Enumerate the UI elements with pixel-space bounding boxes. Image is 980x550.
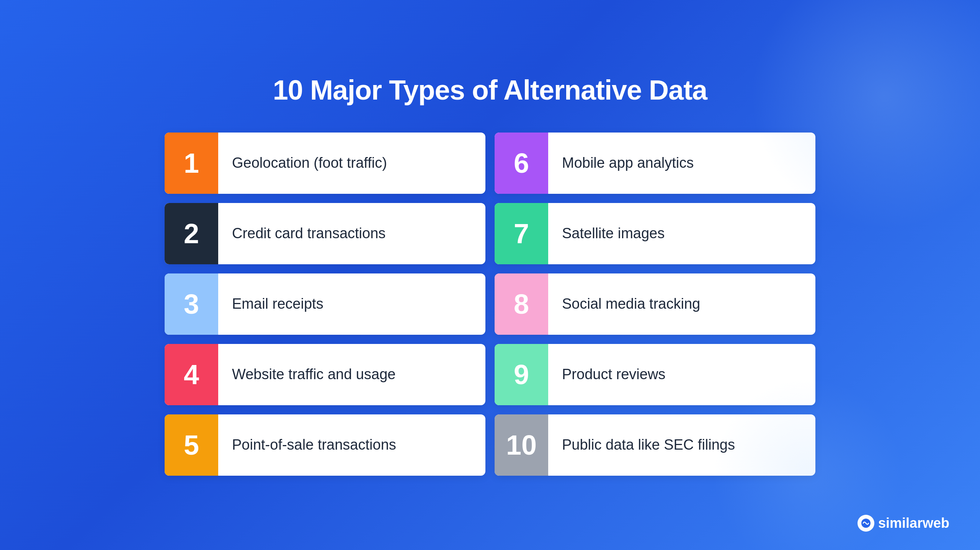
logo-icon bbox=[858, 515, 874, 532]
logo-text: similarweb bbox=[878, 515, 949, 531]
card-number-7: 7 bbox=[495, 203, 548, 264]
page-title: 10 Major Types of Alternative Data bbox=[273, 74, 707, 106]
card-number-8: 8 bbox=[495, 273, 548, 335]
card-number-10: 10 bbox=[495, 414, 548, 476]
card-number-1: 1 bbox=[165, 133, 218, 194]
card-item-10: 10Public data like SEC filings bbox=[495, 414, 815, 476]
card-label-2: Credit card transactions bbox=[218, 203, 399, 264]
card-item-2: 2Credit card transactions bbox=[165, 203, 485, 264]
card-label-4: Website traffic and usage bbox=[218, 344, 409, 405]
card-item-5: 5Point-of-sale transactions bbox=[165, 414, 485, 476]
card-item-7: 7Satellite images bbox=[495, 203, 815, 264]
card-number-2: 2 bbox=[165, 203, 218, 264]
card-label-5: Point-of-sale transactions bbox=[218, 414, 410, 476]
card-item-6: 6Mobile app analytics bbox=[495, 133, 815, 194]
card-label-7: Satellite images bbox=[548, 203, 678, 264]
svg-point-0 bbox=[861, 519, 871, 528]
card-number-3: 3 bbox=[165, 273, 218, 335]
card-label-3: Email receipts bbox=[218, 273, 337, 335]
card-number-6: 6 bbox=[495, 133, 548, 194]
card-label-8: Social media tracking bbox=[548, 273, 714, 335]
card-number-9: 9 bbox=[495, 344, 548, 405]
card-item-8: 8Social media tracking bbox=[495, 273, 815, 335]
card-label-6: Mobile app analytics bbox=[548, 133, 707, 194]
card-item-4: 4Website traffic and usage bbox=[165, 344, 485, 405]
card-number-4: 4 bbox=[165, 344, 218, 405]
card-number-5: 5 bbox=[165, 414, 218, 476]
card-label-10: Public data like SEC filings bbox=[548, 414, 749, 476]
card-label-9: Product reviews bbox=[548, 344, 679, 405]
similarweb-logo: similarweb bbox=[858, 515, 949, 532]
card-item-9: 9Product reviews bbox=[495, 344, 815, 405]
items-grid: 1Geolocation (foot traffic)6Mobile app a… bbox=[165, 133, 815, 476]
card-label-1: Geolocation (foot traffic) bbox=[218, 133, 401, 194]
card-item-3: 3Email receipts bbox=[165, 273, 485, 335]
card-item-1: 1Geolocation (foot traffic) bbox=[165, 133, 485, 194]
